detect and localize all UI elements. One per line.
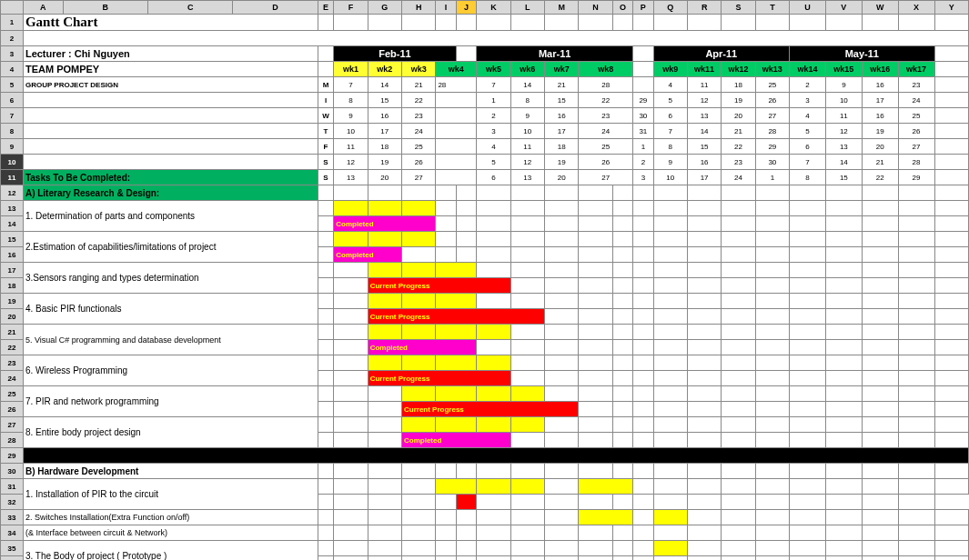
wk2: wk2: [368, 62, 401, 77]
col-K[interactable]: K: [477, 1, 510, 15]
col-J[interactable]: J: [456, 1, 476, 15]
col-R[interactable]: R: [687, 1, 721, 15]
row-3[interactable]: 3: [1, 46, 24, 62]
col-H[interactable]: H: [402, 1, 436, 15]
task-b2: 2. Switches Installation(Extra Function …: [23, 510, 318, 525]
col-X[interactable]: X: [898, 1, 934, 15]
task-1: 1. Determination of parts and components: [23, 201, 318, 232]
lecturer-label: Lecturer : Chi Nguyen: [23, 46, 318, 62]
section-a-title: A) Literary Research & Design:: [23, 185, 318, 201]
task-5: 5. Visual C# programming and database de…: [23, 325, 318, 355]
row-2[interactable]: 2: [1, 31, 24, 46]
col-E[interactable]: E: [318, 1, 333, 15]
status-progress: Current Progress: [402, 402, 579, 417]
col-T[interactable]: T: [755, 1, 789, 15]
row-6[interactable]: 6: [1, 93, 24, 108]
col-F[interactable]: F: [334, 1, 368, 15]
row-29[interactable]: 29: [1, 448, 24, 464]
select-all[interactable]: [1, 1, 24, 15]
row-13[interactable]: 13: [1, 201, 24, 216]
row-7[interactable]: 7: [1, 108, 24, 124]
col-M[interactable]: M: [544, 1, 578, 15]
col-Q[interactable]: Q: [653, 1, 687, 15]
row-18[interactable]: 18: [1, 278, 24, 294]
wk8: wk8: [579, 62, 633, 77]
status-progress: Current Progress: [368, 278, 510, 294]
col-G[interactable]: G: [368, 1, 401, 15]
column-header-row[interactable]: A B C D E F G H I J K L M N O P Q R S T …: [1, 1, 969, 15]
status-completed: Completed: [368, 340, 477, 355]
col-V[interactable]: V: [825, 1, 862, 15]
status-progress: Current Progress: [368, 309, 544, 325]
wk4: wk4: [436, 62, 477, 77]
wk14: wk14: [790, 62, 826, 77]
row-35[interactable]: 35: [1, 541, 24, 556]
row-25[interactable]: 25: [1, 386, 24, 402]
row-34[interactable]: 34: [1, 525, 24, 541]
col-S[interactable]: S: [722, 1, 755, 15]
task-8: 8. Entire body project design: [23, 417, 318, 448]
task-b1: 1. Installation of PIR to the circuit: [23, 479, 318, 510]
row-30[interactable]: 30: [1, 464, 24, 479]
group-project-label: GROUP PROJECT DESIGN: [23, 77, 318, 93]
row-26[interactable]: 26: [1, 402, 24, 417]
row-19[interactable]: 19: [1, 294, 24, 309]
row-16[interactable]: 16: [1, 247, 24, 263]
row-31[interactable]: 31: [1, 479, 24, 495]
row-20[interactable]: 20: [1, 309, 24, 325]
col-N[interactable]: N: [579, 1, 612, 15]
team-label: TEAM POMPEY: [23, 62, 318, 77]
col-I[interactable]: I: [436, 1, 456, 15]
row-10[interactable]: 10: [1, 155, 24, 170]
row-33[interactable]: 33: [1, 510, 24, 525]
row-17[interactable]: 17: [1, 263, 24, 278]
col-C[interactable]: C: [147, 1, 232, 15]
wk6: wk6: [510, 62, 544, 77]
col-U[interactable]: U: [790, 1, 826, 15]
row-28[interactable]: 28: [1, 433, 24, 448]
row-12[interactable]: 12: [1, 185, 24, 201]
wk11: wk11: [687, 62, 721, 77]
wk5: wk5: [477, 62, 510, 77]
row-27[interactable]: 27: [1, 417, 24, 433]
month-mar: Mar-11: [477, 46, 633, 62]
row-4[interactable]: 4: [1, 62, 24, 77]
row-21[interactable]: 21: [1, 325, 24, 340]
row-5[interactable]: 5: [1, 77, 24, 93]
row-22[interactable]: 22: [1, 340, 24, 355]
col-Y[interactable]: Y: [934, 1, 969, 15]
row-14[interactable]: 14: [1, 216, 24, 232]
row-32[interactable]: 32: [1, 495, 24, 510]
status-progress: Current Progress: [368, 371, 510, 386]
row-15[interactable]: 15: [1, 232, 24, 247]
spreadsheet-grid[interactable]: A B C D E F G H I J K L M N O P Q R S T …: [0, 0, 969, 560]
row-24[interactable]: 24: [1, 371, 24, 386]
row-1[interactable]: 1: [1, 15, 24, 31]
row-36[interactable]: 36: [1, 556, 24, 561]
task-3: 3.Sensors ranging and types determinatio…: [23, 263, 318, 294]
gantt-bar: [334, 201, 368, 216]
col-B[interactable]: B: [63, 1, 147, 15]
row-9[interactable]: 9: [1, 139, 24, 155]
task-7: 7. PIR and network programming: [23, 386, 318, 417]
section-b-title: B) Hardware Development: [23, 464, 318, 479]
col-O[interactable]: O: [612, 1, 632, 15]
col-P[interactable]: P: [633, 1, 653, 15]
col-W[interactable]: W: [862, 1, 898, 15]
status-progress: [456, 495, 476, 510]
row-11[interactable]: 11: [1, 170, 24, 185]
wk12: wk12: [722, 62, 755, 77]
wk3: wk3: [402, 62, 436, 77]
col-L[interactable]: L: [510, 1, 544, 15]
row-8[interactable]: 8: [1, 124, 24, 139]
wk1: wk1: [334, 62, 368, 77]
status-completed: Completed: [334, 216, 436, 232]
task-b3: 3. The Body of project ( Prototype ): [23, 541, 318, 561]
col-D[interactable]: D: [233, 1, 318, 15]
wk13: wk13: [755, 62, 789, 77]
chart-title: Gantt Chart: [23, 15, 318, 31]
status-completed: Completed: [334, 247, 402, 263]
task-6: 6. Wireless Programming: [23, 355, 318, 386]
row-23[interactable]: 23: [1, 355, 24, 371]
col-A[interactable]: A: [23, 1, 63, 15]
